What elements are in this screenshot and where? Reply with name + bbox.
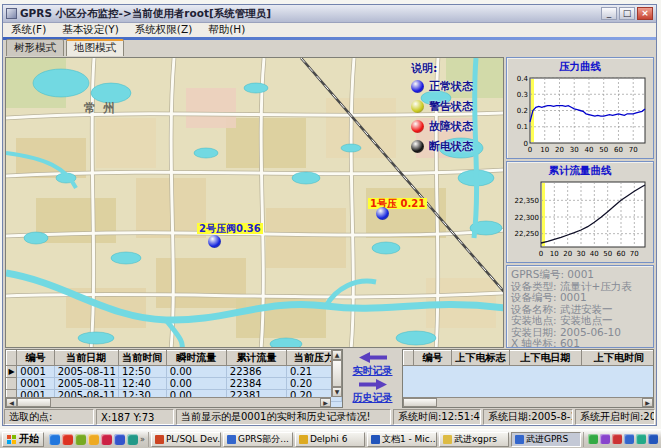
quicklaunch-icon[interactable] xyxy=(127,434,138,445)
realtime-hscrollbar[interactable]: ◀ ▶ xyxy=(6,397,331,407)
scroll-down-icon[interactable]: ▼ xyxy=(332,387,342,397)
legend-item: 警告状态 xyxy=(411,99,503,114)
menu-item[interactable]: 帮助(H) xyxy=(200,23,253,37)
flow-chart-panel: 累计流量曲线 22,25022,30022,350010203040506070 xyxy=(506,161,654,263)
scroll-right-icon[interactable]: ▶ xyxy=(320,398,331,407)
tray-icon[interactable] xyxy=(600,434,610,444)
restore-button[interactable]: □ xyxy=(619,7,635,20)
taskbar-task-button[interactable]: 武进xgprs xyxy=(439,432,509,447)
menu-item[interactable]: 系统(F) xyxy=(3,23,54,37)
column-header[interactable]: 上下电标志 xyxy=(452,351,510,366)
table-row[interactable]: 00012005-08-1112:400.00223840.20 xyxy=(7,378,342,390)
table-cell: 2005-08-11 xyxy=(54,378,118,390)
history-records-link[interactable]: 历史记录 xyxy=(353,391,393,405)
tab-map-mode[interactable]: 地图模式 xyxy=(66,39,124,56)
power-table: 编号上下电标志上下电日期上下电时间 xyxy=(403,350,654,366)
column-header[interactable]: 当前时间 xyxy=(118,351,166,366)
power-grid[interactable]: 编号上下电标志上下电日期上下电时间 ▶ xyxy=(402,349,654,408)
quicklaunch-icon[interactable] xyxy=(49,434,60,445)
normal-status-icon xyxy=(411,80,424,93)
svg-text:40: 40 xyxy=(590,250,599,258)
start-button[interactable]: 开始 xyxy=(2,432,44,447)
realtime-grid[interactable]: 编号当前日期当前时间瞬时流量累计流量当前压力▶00012005-08-1112:… xyxy=(5,349,343,408)
svg-text:50: 50 xyxy=(603,250,612,258)
map-marker-dot[interactable] xyxy=(376,207,389,220)
svg-text:70: 70 xyxy=(630,250,639,258)
taskbar-task-button[interactable]: Delphi 6 xyxy=(295,432,365,447)
scroll-left-icon[interactable]: ◀ xyxy=(6,398,17,407)
close-button[interactable]: × xyxy=(637,7,653,20)
scroll-up-icon[interactable]: ▲ xyxy=(332,350,342,360)
chevron-right-icon[interactable]: » xyxy=(140,435,145,444)
scroll-thumb[interactable] xyxy=(332,360,342,387)
svg-text:0.4: 0.4 xyxy=(517,75,529,83)
task-buttons: PL/SQL Dev...GPRS部分...Delphi 6文档1 - Mic.… xyxy=(151,432,581,447)
scroll-thumb[interactable] xyxy=(403,398,437,407)
menu-item[interactable]: 系统权限(Z) xyxy=(127,23,200,37)
column-header[interactable]: 编号 xyxy=(17,351,54,366)
legend-label: 警告状态 xyxy=(429,99,473,114)
power-hscrollbar[interactable]: ▶ xyxy=(403,397,653,407)
tray-icon[interactable] xyxy=(588,434,598,444)
status-message: 当前显示的是0001的实时和历史记录情况! xyxy=(176,409,391,425)
tray-icon[interactable] xyxy=(624,434,634,444)
tab-tree-mode[interactable]: 树形模式 xyxy=(6,39,64,56)
flow-chart-title: 累计流量曲线 xyxy=(508,163,652,179)
device-info-panel: GPRS编号: 0001设备类型: 流量计+压力表设备编号: 0001设备名称:… xyxy=(506,265,654,348)
tray-icon[interactable] xyxy=(636,434,646,444)
task-app-icon xyxy=(443,435,452,444)
tray-icon[interactable] xyxy=(648,434,658,444)
svg-text:30: 30 xyxy=(577,250,586,258)
taskbar-task-button[interactable]: 文档1 - Mic... xyxy=(367,432,437,447)
quicklaunch-icon[interactable] xyxy=(114,434,125,445)
quicklaunch-icon[interactable] xyxy=(101,434,112,445)
realtime-vscrollbar[interactable]: ▲ ▼ xyxy=(331,350,342,397)
bottom-section: 编号当前日期当前时间瞬时流量累计流量当前压力▶00012005-08-1112:… xyxy=(3,349,656,408)
quicklaunch-icon[interactable] xyxy=(62,434,73,445)
legend-label: 断电状态 xyxy=(429,139,473,154)
scroll-right-icon[interactable]: ▶ xyxy=(642,398,653,407)
column-header[interactable]: 当前日期 xyxy=(54,351,118,366)
desktop: GPRS 小区分布监控->当前使用者root[系统管理员] _ □ × 系统(F… xyxy=(0,0,661,448)
column-header[interactable]: 编号 xyxy=(414,351,452,366)
row-indicator-header xyxy=(7,351,17,366)
taskbar-task-button[interactable]: GPRS部分... xyxy=(223,432,293,447)
table-row[interactable]: ▶00012005-08-1112:500.00223860.21 xyxy=(7,366,342,378)
task-app-icon xyxy=(155,435,164,444)
realtime-records-link[interactable]: 实时记录 xyxy=(353,364,393,378)
task-app-icon xyxy=(299,435,308,444)
titlebar[interactable]: GPRS 小区分布监控->当前使用者root[系统管理员] _ □ × xyxy=(3,5,656,23)
fault-status-icon xyxy=(411,120,424,133)
column-header[interactable]: 上下电时间 xyxy=(582,351,655,366)
svg-text:70: 70 xyxy=(629,146,638,154)
quicklaunch-icon[interactable] xyxy=(75,434,86,445)
svg-text:10: 10 xyxy=(540,146,549,154)
taskbar-task-button[interactable]: 武进GPRS xyxy=(511,432,581,447)
map-legend: 说明: 正常状态警告状态故障状态断电状态 xyxy=(411,61,503,159)
svg-text:50: 50 xyxy=(599,146,608,154)
taskbar-task-button[interactable]: PL/SQL Dev... xyxy=(151,432,221,447)
status-coordinates: X:187 Y:73 xyxy=(96,409,174,425)
window-title: GPRS 小区分布监控->当前使用者root[系统管理员] xyxy=(20,7,598,21)
scroll-thumb[interactable] xyxy=(17,398,51,407)
column-header[interactable]: 上下电日期 xyxy=(510,351,582,366)
table-cell: 2005-08-11 xyxy=(54,366,118,378)
quicklaunch-icon[interactable] xyxy=(88,434,99,445)
map-marker-label[interactable]: 2号压阀0.36 xyxy=(197,223,263,234)
minimize-button[interactable]: _ xyxy=(601,7,617,20)
history-arrow-icon[interactable] xyxy=(359,379,387,390)
column-header[interactable]: 累计流量 xyxy=(226,351,286,366)
svg-text:0: 0 xyxy=(539,250,543,258)
legend-items: 正常状态警告状态故障状态断电状态 xyxy=(411,79,503,154)
map-marker-dot[interactable] xyxy=(208,235,221,248)
svg-text:22,350: 22,350 xyxy=(515,197,540,205)
row-indicator: ▶ xyxy=(7,366,17,378)
column-header[interactable]: 瞬时流量 xyxy=(166,351,226,366)
menu-item[interactable]: 基本设定(Y) xyxy=(54,23,127,37)
realtime-arrow-icon[interactable] xyxy=(359,352,387,363)
task-label: 武进xgprs xyxy=(454,433,497,446)
map-panel[interactable]: 常州 说明: 正常状态警告状态故障状态断电状态 1号压 0.212号压阀0.36 xyxy=(5,57,504,348)
map-marker-label[interactable]: 1号压 0.21 xyxy=(368,198,427,209)
device-info-line: GPRS编号: 0001 xyxy=(511,269,649,281)
tray-icon[interactable] xyxy=(612,434,622,444)
